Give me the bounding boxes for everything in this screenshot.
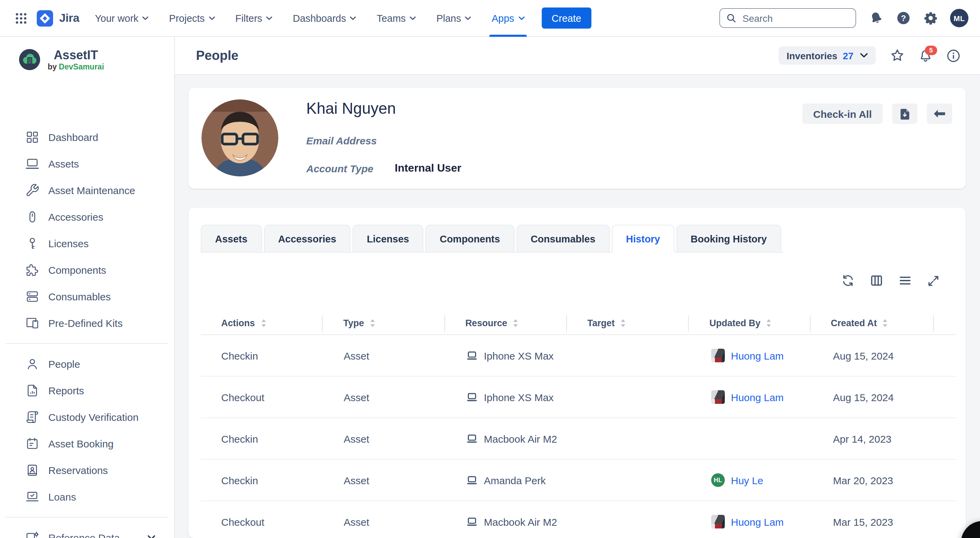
sort-icon [620, 319, 627, 327]
nav-item-plans[interactable]: Plans [426, 0, 482, 37]
nav-item-filters[interactable]: Filters [225, 0, 283, 37]
app-byline: byDevSamurai [48, 63, 104, 71]
notification-badge: 5 [925, 45, 937, 55]
sidebar-item-pre-defined-kits[interactable]: Pre-Defined Kits [0, 310, 174, 337]
tab-history[interactable]: History [612, 225, 675, 252]
sort-icon [369, 319, 375, 327]
tab-consumables[interactable]: Consumables [516, 225, 609, 252]
updated-by-link[interactable]: Huy Le [731, 474, 763, 486]
column-header-resource[interactable]: Resource [445, 318, 567, 328]
sidebar-item-components[interactable]: Components [0, 257, 174, 283]
columns-icon[interactable] [870, 274, 883, 287]
sidebar-item-reports[interactable]: Reports [0, 377, 174, 404]
cell-action: Checkout [201, 391, 323, 403]
help-icon[interactable]: ? [896, 11, 911, 25]
sidebar-item-asset-booking[interactable]: Asset Booking [0, 430, 174, 457]
sidebar-item-loans[interactable]: Loans [0, 484, 174, 510]
jira-logo[interactable] [37, 10, 53, 26]
chevron-down-icon [410, 16, 416, 20]
cell-type: Asset [323, 350, 446, 361]
notifications-icon[interactable]: 5 [919, 49, 932, 62]
sidebar-item-asset-maintenance[interactable]: Asset Maintenance [0, 177, 174, 204]
inventories-dropdown[interactable]: Inventories 27 [778, 46, 876, 65]
app-window: Jira Your workProjectsFiltersDashboardsT… [0, 0, 980, 538]
nav-item-projects[interactable]: Projects [159, 0, 225, 37]
table-row: CheckinAssetIphone XS MaxHuong LamAug 15… [201, 335, 956, 377]
user-avatar[interactable]: ML [950, 9, 969, 27]
column-header-type[interactable]: Type [323, 318, 445, 328]
nav-item-apps[interactable]: Apps [482, 0, 535, 37]
mouse-icon [25, 210, 40, 224]
tab-licenses[interactable]: Licenses [353, 225, 423, 252]
sidebar-item-dashboard[interactable]: Dashboard [0, 124, 174, 150]
sidebar-item-accessories[interactable]: Accessories [0, 204, 174, 230]
fullscreen-expand-icon[interactable] [927, 274, 940, 287]
tab-components[interactable]: Components [425, 225, 514, 252]
table-row: CheckoutAssetIphone XS MaxHuong LamAug 1… [201, 377, 956, 418]
favorite-star-icon[interactable] [890, 48, 904, 63]
laptop-icon [466, 517, 478, 526]
sidebar-item-consumables[interactable]: Consumables [0, 283, 174, 310]
user-photo-avatar [711, 349, 725, 362]
laptop-icon [466, 434, 478, 443]
tab-booking-history[interactable]: Booking History [676, 225, 781, 252]
create-button[interactable]: Create [541, 8, 592, 29]
main-area: People Inventories 27 5 Khai Nguyen [174, 37, 980, 538]
sidebar-item-licenses[interactable]: Licenses [0, 230, 174, 257]
notification-bell-icon[interactable] [869, 11, 883, 25]
info-icon[interactable] [947, 49, 960, 62]
cell-action: Checkin [201, 433, 323, 444]
check-in-all-button[interactable]: Check-in All [802, 104, 883, 124]
tab-accessories[interactable]: Accessories [264, 225, 350, 252]
chevron-down-icon [148, 535, 155, 538]
table-header: ActionsTypeResourceTargetUpdated ByCreat… [201, 312, 956, 335]
assetit-logo-icon [19, 49, 40, 70]
cell-updated-by: HLHuy Le [691, 473, 813, 487]
updated-by-link[interactable]: Huong Lam [731, 391, 784, 403]
chevron-down-icon [209, 16, 215, 20]
laptop-icon [466, 393, 478, 401]
app-switcher-icon[interactable] [15, 12, 27, 24]
search-input[interactable] [741, 12, 850, 24]
refresh-icon[interactable] [841, 274, 855, 287]
cell-updated-by: Huong Lam [691, 349, 813, 362]
history-card: AssetsAccessoriesLicensesComponentsConsu… [189, 208, 966, 538]
cell-resource: Macbook Air M2 [446, 516, 568, 527]
laptop-icon [25, 156, 40, 171]
updated-by-link[interactable]: Huong Lam [731, 516, 784, 527]
settings-gear-icon[interactable] [924, 11, 938, 25]
sidebar-item-people[interactable]: People [0, 351, 174, 377]
user-initials-avatar: HL [711, 473, 725, 487]
updated-by-link[interactable]: Huong Lam [731, 350, 784, 361]
sort-icon [766, 319, 772, 327]
tab-assets[interactable]: Assets [201, 225, 262, 252]
column-header-created-at[interactable]: Created At [810, 318, 934, 328]
profile-avatar [202, 99, 278, 176]
jira-top-nav: Jira Your workProjectsFiltersDashboardsT… [0, 0, 980, 37]
table-toolbar [201, 272, 956, 289]
nav-item-teams[interactable]: Teams [366, 0, 426, 37]
sidebar-item-assets[interactable]: Assets [0, 150, 174, 177]
cell-type: Asset [323, 516, 446, 527]
sidebar-item-reservations[interactable]: Reservations [0, 457, 174, 484]
sort-icon [512, 319, 519, 327]
export-download-button[interactable] [892, 104, 917, 124]
calendar-icon [25, 436, 40, 451]
row-density-icon[interactable] [898, 274, 912, 287]
column-header-updated-by[interactable]: Updated By [689, 318, 811, 328]
column-header-actions[interactable]: Actions [201, 318, 323, 328]
column-header-target[interactable]: Target [567, 318, 689, 328]
table-row: CheckinAssetMacbook Air M2Apr 14, 2023 [201, 418, 956, 460]
nav-item-dashboards[interactable]: Dashboards [283, 0, 366, 37]
sidebar-item-reference-data[interactable]: Reference Data [0, 524, 174, 538]
chevron-down-icon [143, 16, 149, 20]
chevron-down-icon [350, 16, 356, 20]
top-nav-menu: Your workProjectsFiltersDashboardsTeamsP… [85, 0, 535, 37]
id-book-icon [25, 463, 40, 477]
back-button[interactable] [927, 104, 952, 124]
puzzle-icon [25, 263, 40, 277]
key-icon [25, 236, 40, 251]
nav-item-your-work[interactable]: Your work [85, 0, 159, 37]
sidebar-item-custody-verification[interactable]: Custody Verification [0, 404, 174, 430]
global-search[interactable] [719, 8, 856, 28]
